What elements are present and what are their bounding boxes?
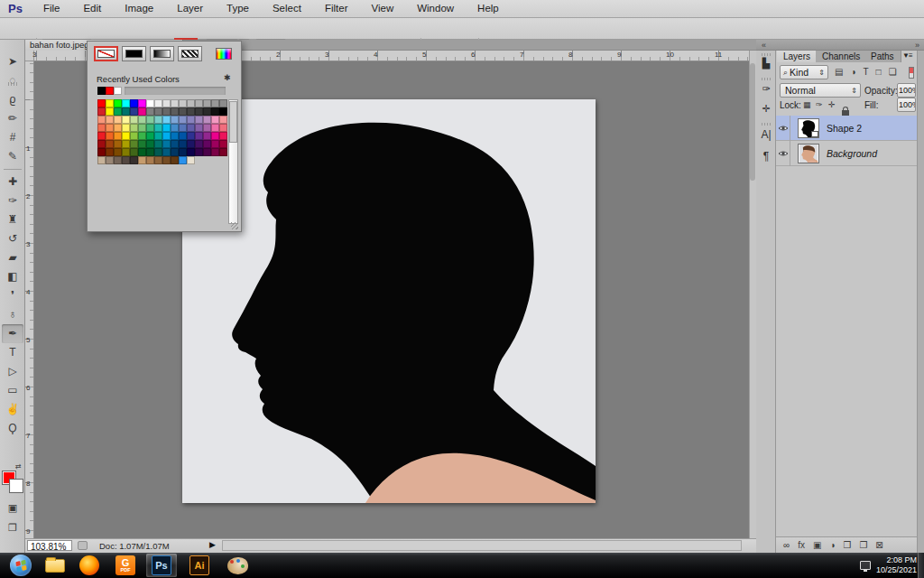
marquee-tool[interactable]: ◌	[2, 71, 23, 90]
network-icon[interactable]	[860, 561, 871, 570]
color-swatch[interactable]	[138, 132, 146, 140]
gradient-button[interactable]	[150, 46, 174, 61]
fill-field[interactable]: 100%	[897, 98, 916, 112]
brush-panel-icon[interactable]: ✛	[756, 103, 776, 115]
history-brush-tool[interactable]: ↺	[2, 229, 23, 248]
panel-menu-icon[interactable]: ▼≡	[902, 51, 912, 60]
color-swatch[interactable]	[146, 107, 154, 116]
color-swatch[interactable]	[171, 99, 179, 107]
adjustment-filter-icon[interactable]: ◑	[850, 67, 855, 77]
color-swatch[interactable]	[97, 148, 106, 156]
color-swatch[interactable]	[179, 148, 187, 156]
visibility-toggle[interactable]	[776, 141, 790, 166]
color-swatch[interactable]	[122, 156, 130, 164]
color-swatch[interactable]	[211, 99, 219, 107]
recent-color-swatch[interactable]	[114, 87, 122, 95]
swatch-scrollbar-thumb[interactable]	[229, 101, 237, 143]
color-swatch[interactable]	[195, 124, 203, 132]
color-swatch[interactable]	[179, 107, 187, 116]
color-swatch[interactable]	[187, 107, 195, 116]
color-swatch[interactable]	[130, 124, 138, 132]
color-swatch[interactable]	[154, 124, 162, 132]
color-swatch[interactable]	[203, 99, 211, 107]
color-swatch[interactable]	[187, 132, 195, 140]
color-swatch[interactable]	[106, 99, 114, 107]
color-swatch[interactable]	[171, 116, 179, 124]
pixel-filter-icon[interactable]: ▤	[835, 67, 843, 77]
path-selection-tool[interactable]: ▷	[2, 362, 23, 381]
color-swatch[interactable]	[187, 124, 195, 132]
color-swatch[interactable]	[219, 132, 227, 140]
color-swatch[interactable]	[122, 140, 130, 148]
color-swatch[interactable]	[171, 140, 179, 148]
layer-effects-icon[interactable]: fx	[798, 540, 805, 550]
color-swatch[interactable]	[122, 148, 130, 156]
color-swatch[interactable]	[114, 148, 122, 156]
new-group-icon[interactable]: ❒	[843, 540, 851, 550]
taskbar-explorer[interactable]	[40, 554, 70, 577]
color-swatch[interactable]	[195, 148, 203, 156]
color-swatch[interactable]	[146, 132, 154, 140]
link-layers-icon[interactable]: ∞	[783, 540, 790, 550]
color-swatch[interactable]	[114, 116, 122, 124]
zoom-tool[interactable]: Ϙ	[2, 419, 23, 438]
start-button[interactable]	[5, 554, 36, 577]
menu-item[interactable]: File	[32, 0, 72, 17]
adjustment-layer-icon[interactable]: ◑	[829, 540, 835, 550]
smart-object-filter-icon[interactable]: ❏	[889, 67, 897, 77]
color-swatch[interactable]	[106, 140, 114, 148]
color-swatch[interactable]	[122, 132, 130, 140]
color-swatch[interactable]	[187, 156, 195, 164]
color-swatch[interactable]	[154, 140, 162, 148]
color-swatch[interactable]	[114, 107, 122, 116]
color-swatch[interactable]	[171, 148, 179, 156]
canvas[interactable]	[182, 99, 596, 503]
eraser-tool[interactable]: ▰	[2, 248, 23, 267]
color-swatch[interactable]	[146, 116, 154, 124]
quick-mask-button[interactable]: ▣	[0, 502, 25, 514]
gear-icon[interactable]: ✱	[224, 73, 231, 82]
color-swatch[interactable]	[219, 107, 227, 116]
color-swatch[interactable]	[219, 116, 227, 124]
color-swatch[interactable]	[162, 140, 171, 148]
color-swatch[interactable]	[162, 156, 171, 164]
color-swatch[interactable]	[138, 107, 146, 116]
pen-tool[interactable]: ✒	[2, 324, 23, 343]
color-swatch[interactable]	[130, 148, 138, 156]
color-swatch[interactable]	[187, 148, 195, 156]
color-swatch[interactable]	[171, 132, 179, 140]
hand-tool[interactable]: ✌	[2, 400, 23, 419]
color-swatch[interactable]	[203, 116, 211, 124]
color-swatch[interactable]	[114, 124, 122, 132]
taskbar-clock[interactable]: 2:08 PM 10/25/2021	[876, 555, 917, 575]
color-swatch[interactable]	[219, 148, 227, 156]
lock-position-icon[interactable]: ✛	[828, 100, 836, 109]
layer-name[interactable]: Shape 2	[827, 123, 862, 134]
histogram-panel-icon[interactable]: ▙	[756, 58, 776, 70]
color-swatch[interactable]	[162, 116, 171, 124]
dock-grip[interactable]	[762, 78, 771, 80]
gradient-tool[interactable]: ◧	[2, 267, 23, 286]
color-swatch[interactable]	[97, 99, 106, 107]
burn-tool[interactable]: ♁	[2, 305, 23, 324]
recent-color-swatch[interactable]	[97, 87, 106, 95]
color-swatch[interactable]	[106, 124, 114, 132]
add-mask-icon[interactable]: ▣	[813, 540, 821, 550]
quick-selection-tool[interactable]: ✏	[2, 109, 23, 128]
color-swatch[interactable]	[179, 156, 187, 164]
recent-color-swatch[interactable]	[106, 87, 114, 95]
tab-paths[interactable]: Paths	[864, 51, 901, 62]
color-swatch[interactable]	[171, 107, 179, 116]
color-swatch[interactable]	[171, 124, 179, 132]
taskbar-paint[interactable]	[222, 554, 253, 577]
color-swatch[interactable]	[162, 124, 171, 132]
color-swatch[interactable]	[154, 132, 162, 140]
color-swatch[interactable]	[146, 156, 154, 164]
paragraph-panel-icon[interactable]: ¶	[756, 150, 776, 163]
color-swatch[interactable]	[211, 107, 219, 116]
brush-tool[interactable]: ✑	[2, 191, 23, 210]
color-swatch[interactable]	[179, 132, 187, 140]
color-swatch[interactable]	[162, 99, 171, 107]
lock-pixels-icon[interactable]: ✑	[816, 100, 823, 109]
color-swatch[interactable]	[187, 140, 195, 148]
